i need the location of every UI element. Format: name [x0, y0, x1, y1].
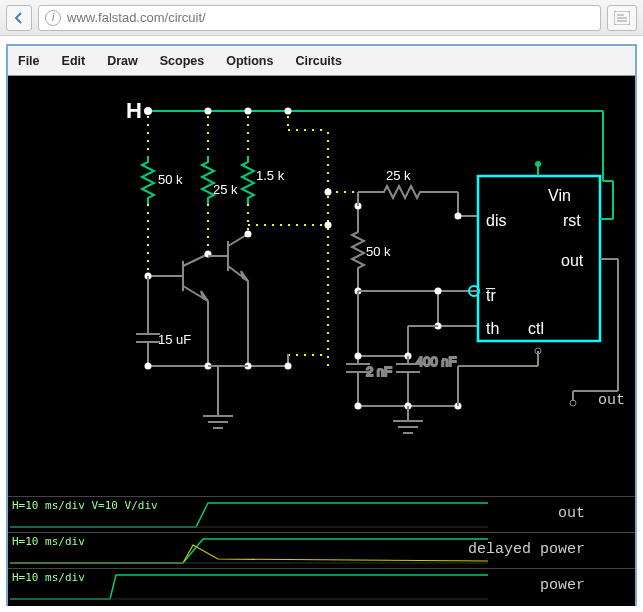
- svg-marker-60: [241, 271, 248, 281]
- menu-draw[interactable]: Draw: [107, 54, 138, 68]
- output-wire[interactable]: [573, 259, 618, 401]
- svg-rect-8: [207, 111, 209, 156]
- resistor-r3[interactable]: 1.5 k: [242, 156, 285, 204]
- resistor-r1[interactable]: 50 k: [142, 156, 183, 204]
- circuit-canvas[interactable]: H 50 k: [8, 76, 635, 496]
- scope-name: out: [558, 505, 585, 522]
- svg-point-15: [285, 108, 292, 115]
- svg-text:_: _: [485, 272, 496, 290]
- svg-text:15 uF: 15 uF: [158, 332, 191, 347]
- resistor-r5[interactable]: 50 k: [352, 206, 391, 291]
- circuit-simulator-app: File Edit Draw Scopes Options Circuits H: [6, 44, 637, 606]
- ground-right[interactable]: [393, 406, 423, 433]
- svg-rect-11: [287, 129, 327, 131]
- svg-text:Vin: Vin: [548, 187, 571, 204]
- scope-delayed-power[interactable]: H=10 ms/div delayed power: [8, 532, 635, 568]
- svg-rect-25: [327, 224, 329, 354]
- svg-rect-19: [207, 204, 209, 254]
- svg-point-27: [325, 222, 332, 229]
- svg-rect-22: [248, 224, 328, 226]
- url-bar[interactable]: i www.falstad.com/circuit/: [38, 5, 601, 31]
- menu-circuits[interactable]: Circuits: [295, 54, 342, 68]
- svg-text:ctl: ctl: [528, 320, 544, 337]
- menu-edit[interactable]: Edit: [62, 54, 86, 68]
- svg-marker-53: [201, 291, 208, 301]
- scope-name: delayed power: [468, 541, 585, 558]
- site-info-icon[interactable]: i: [45, 10, 61, 26]
- menu-options[interactable]: Options: [226, 54, 273, 68]
- svg-point-26: [325, 189, 332, 196]
- svg-text:2 nF: 2 nF: [366, 364, 392, 379]
- svg-point-42: [435, 288, 442, 295]
- svg-rect-9: [247, 111, 249, 156]
- reader-mode-button[interactable]: [607, 5, 637, 31]
- svg-rect-23: [327, 191, 329, 226]
- svg-rect-17: [147, 204, 149, 274]
- svg-rect-70: [287, 354, 327, 356]
- svg-text:25 k: 25 k: [213, 182, 238, 197]
- rail-label: H: [126, 98, 142, 123]
- svg-rect-71: [327, 354, 329, 366]
- svg-rect-21: [247, 204, 249, 234]
- menu-scopes[interactable]: Scopes: [160, 54, 204, 68]
- svg-text:tr: tr: [486, 287, 496, 304]
- scope-power[interactable]: H=10 ms/div power: [8, 568, 635, 604]
- svg-text:rst: rst: [563, 212, 581, 229]
- svg-point-73: [145, 363, 152, 370]
- svg-text:50 k: 50 k: [158, 172, 183, 187]
- capacitor-c2[interactable]: 2 nF: [346, 356, 392, 406]
- svg-text:dis: dis: [486, 212, 506, 229]
- svg-point-13: [205, 108, 212, 115]
- svg-point-14: [245, 108, 252, 115]
- svg-rect-12: [327, 129, 329, 191]
- ground-left[interactable]: [203, 366, 233, 428]
- back-button[interactable]: [6, 5, 32, 31]
- capacitor-c3[interactable]: 400 nF: [396, 354, 457, 406]
- scope-name: power: [540, 577, 585, 594]
- svg-text:out: out: [561, 252, 584, 269]
- svg-point-61: [245, 231, 252, 238]
- svg-point-32: [455, 213, 462, 220]
- transistor-q1[interactable]: [148, 254, 208, 301]
- svg-point-116: [535, 161, 541, 167]
- svg-point-76: [285, 363, 292, 370]
- menu-file[interactable]: File: [18, 54, 40, 68]
- svg-point-88: [355, 353, 362, 360]
- svg-rect-7: [147, 111, 149, 156]
- output-label: out: [598, 392, 625, 409]
- svg-point-95: [355, 403, 362, 410]
- scopes-panel: H=10 ms/div V=10 V/div out H=10 ms/div d…: [8, 496, 635, 606]
- svg-text:400 nF: 400 nF: [416, 354, 457, 369]
- chip-555[interactable]: Vin dis rst out tr _ th ctl: [478, 176, 600, 341]
- svg-text:1.5 k: 1.5 k: [256, 168, 285, 183]
- scope-out[interactable]: H=10 ms/div V=10 V/div out: [8, 496, 635, 532]
- menubar: File Edit Draw Scopes Options Circuits: [8, 46, 635, 76]
- svg-line-51: [183, 254, 208, 266]
- browser-toolbar: i www.falstad.com/circuit/: [0, 0, 643, 36]
- resistor-r2[interactable]: 25 k: [202, 156, 238, 204]
- svg-text:50 k: 50 k: [366, 244, 391, 259]
- url-text: www.falstad.com/circuit/: [67, 10, 206, 25]
- resistor-r4[interactable]: 25 k: [378, 168, 426, 198]
- svg-text:25 k: 25 k: [386, 168, 411, 183]
- svg-text:th: th: [486, 320, 499, 337]
- transistor-q2[interactable]: [208, 234, 248, 281]
